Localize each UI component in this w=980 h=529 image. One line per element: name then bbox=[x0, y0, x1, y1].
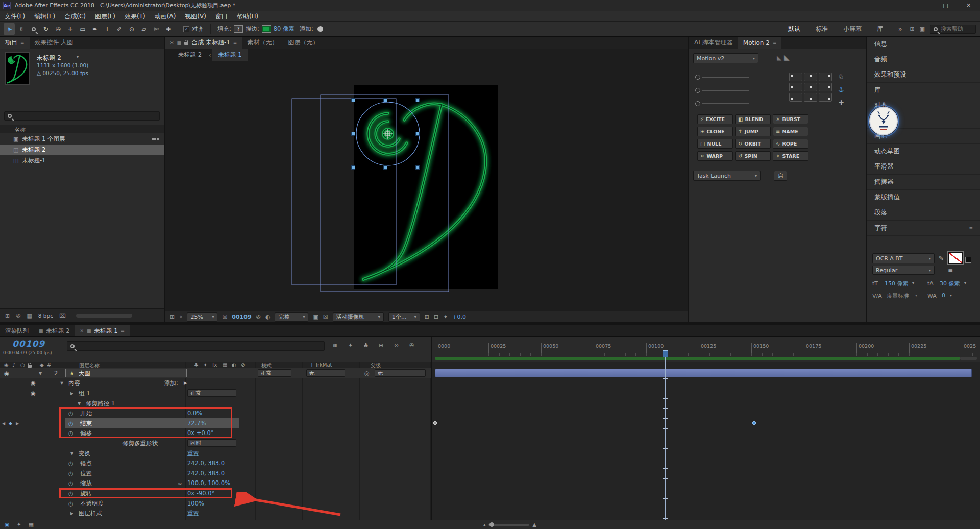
pixel-aspect-icon[interactable]: ⊞ bbox=[425, 314, 429, 320]
group-expander[interactable]: ▼ bbox=[78, 401, 81, 405]
timeline-search[interactable] bbox=[67, 341, 325, 351]
launch-button[interactable]: 启 bbox=[774, 171, 787, 181]
workspace-overflow-button[interactable]: » bbox=[898, 26, 902, 33]
roto-brush-tool[interactable]: ✄ bbox=[151, 23, 162, 35]
mask-visibility-icon[interactable]: ☒ bbox=[222, 314, 227, 320]
fill-swatch[interactable]: ? bbox=[234, 25, 243, 33]
fx-switch-icon[interactable]: fx bbox=[212, 362, 217, 368]
contents-eye-toggle[interactable]: ◉ bbox=[31, 379, 36, 387]
transparency-grid-icon[interactable]: ☒ bbox=[323, 314, 328, 320]
project-item-comp-2[interactable]: ◫ 未标题-2 bbox=[0, 145, 164, 155]
property-row-position[interactable]: ◷ 位置 242.0, 383.0 bbox=[0, 468, 431, 478]
anchor-mid-right-button[interactable] bbox=[819, 83, 832, 91]
property-name[interactable]: 位置 bbox=[80, 469, 92, 477]
menu-edit[interactable]: 编辑(E) bbox=[30, 12, 60, 21]
project-scrollbar[interactable] bbox=[76, 314, 132, 318]
work-area-bar[interactable] bbox=[435, 357, 960, 360]
null-button[interactable]: ▢NULL bbox=[697, 139, 733, 149]
property-value[interactable]: 242.0, 383.0 bbox=[187, 460, 225, 467]
camera-view-select[interactable]: 活动摄像机 ▾ bbox=[333, 312, 384, 322]
tab-script-manager[interactable]: AE脚本管理器 bbox=[689, 37, 738, 49]
property-name[interactable]: 不透明度 bbox=[80, 499, 104, 507]
timeline-track-area[interactable] bbox=[431, 362, 980, 520]
tab-project[interactable]: 项目 ≡ bbox=[0, 37, 30, 49]
draft-3d-icon[interactable]: ✦ bbox=[348, 342, 353, 349]
add-button[interactable]: ▶ bbox=[184, 380, 187, 386]
exposure-value[interactable]: +0.0 bbox=[452, 314, 466, 320]
snap-checkbox[interactable]: ✓ bbox=[183, 26, 189, 32]
orbit-button[interactable]: ↻ORBIT bbox=[735, 139, 771, 149]
warp-button[interactable]: ≈WARP bbox=[697, 151, 733, 161]
property-name[interactable]: 图层样式 bbox=[79, 510, 102, 517]
rotation-tool[interactable]: ↻ bbox=[40, 23, 52, 35]
text-color-swatch[interactable] bbox=[948, 252, 963, 264]
zoom-out-icon[interactable]: ▴ bbox=[483, 522, 485, 527]
anchor-slider-2[interactable] bbox=[695, 88, 749, 93]
layer-name[interactable]: 大圆 bbox=[79, 369, 90, 377]
anchor-center-button[interactable] bbox=[804, 83, 817, 91]
trash-icon[interactable]: ⌧ bbox=[59, 312, 66, 319]
stopwatch-icon[interactable]: ◷ bbox=[68, 490, 74, 497]
property-name[interactable]: 锚点 bbox=[80, 460, 92, 467]
keyframe-start[interactable] bbox=[433, 421, 438, 426]
property-name[interactable]: 旋转 bbox=[80, 489, 92, 497]
property-name[interactable]: 缩放 bbox=[80, 479, 92, 487]
preview-dropdown-icon[interactable]: ▾ bbox=[77, 55, 79, 59]
layer-parent-select[interactable]: 无 ▾ bbox=[375, 369, 426, 377]
sidebar-item-motion-sketch[interactable]: 动态草图 bbox=[867, 144, 980, 159]
workspace-libraries[interactable]: 库 bbox=[877, 25, 883, 33]
eraser-tool[interactable]: ▱ bbox=[138, 23, 150, 35]
current-frame-value[interactable]: 00109 bbox=[232, 314, 251, 320]
tab-motion-2[interactable]: Motion 2 ≡ bbox=[738, 37, 782, 49]
anchor-top-right-button[interactable] bbox=[819, 73, 832, 81]
transform-reset-button[interactable]: 重置 bbox=[187, 449, 199, 457]
composition-viewport[interactable] bbox=[165, 61, 688, 311]
menu-help[interactable]: 帮助(H) bbox=[232, 12, 263, 21]
motion-version-select[interactable]: Motion v2 ▾ bbox=[693, 53, 758, 63]
font-family-select[interactable]: OCR-A BT ▾ bbox=[872, 253, 935, 263]
grid-guides-icon[interactable]: ⊞ bbox=[170, 314, 175, 320]
effect-switch-icon[interactable]: ◐ bbox=[232, 362, 236, 368]
motion-blur-switch-icon[interactable]: ⊘ bbox=[241, 362, 245, 368]
pan-behind-tool[interactable]: ✛ bbox=[65, 23, 76, 35]
property-row-group-1[interactable]: ◉ ▶ 组 1 正常 ▾ bbox=[0, 388, 431, 398]
panel-menu-icon[interactable]: ≡ bbox=[233, 40, 237, 45]
stopwatch-icon[interactable]: ◷ bbox=[68, 429, 74, 437]
anchor-top-center-button[interactable] bbox=[804, 73, 817, 81]
group-expander[interactable]: ▼ bbox=[60, 381, 63, 386]
tab-composition-viewer[interactable]: ✕ ■ 合成 未标题-1 ≡ bbox=[165, 37, 242, 49]
group-eye-toggle[interactable]: ◉ bbox=[31, 390, 36, 397]
sidebar-item-info[interactable]: 信息 bbox=[867, 37, 980, 52]
current-timecode[interactable]: 00109 bbox=[12, 339, 45, 349]
blend-button[interactable]: ◧BLEND bbox=[735, 114, 771, 124]
clone-button[interactable]: ⊞CLONE bbox=[697, 127, 733, 136]
trim-multiple-select[interactable]: 同时 ▾ bbox=[187, 439, 236, 447]
close-tab-icon[interactable]: ✕ bbox=[80, 328, 84, 333]
stroke-options-icon[interactable]: ≡ bbox=[948, 267, 953, 274]
zoom-tool[interactable] bbox=[28, 23, 39, 35]
magnification-select[interactable]: 25% ▾ bbox=[187, 312, 217, 322]
anchor-mid-left-button[interactable] bbox=[789, 83, 802, 91]
resolution-select[interactable]: 完整 ▾ bbox=[275, 312, 308, 322]
stare-button[interactable]: ✧STARE bbox=[773, 151, 808, 161]
property-name[interactable]: 开始 bbox=[80, 410, 92, 417]
stopwatch-icon[interactable]: ◷ bbox=[68, 479, 74, 487]
property-value[interactable]: 100.0, 100.0% bbox=[187, 479, 230, 487]
sidebar-item-smoother[interactable]: 平滑器 bbox=[867, 159, 980, 175]
composition-frame[interactable] bbox=[354, 85, 498, 289]
sidebar-item-effects-presets[interactable]: 效果和预设 bbox=[867, 67, 980, 83]
next-keyframe-button[interactable]: ▶ bbox=[16, 421, 19, 425]
task-launch-select[interactable]: Task Launch ▾ bbox=[693, 171, 761, 181]
tab-render-queue[interactable]: 渲染队列 bbox=[0, 325, 34, 336]
layer-row[interactable]: ◉ ▼ 2 ★ 大圆 正常 ▾ 无 ▾ ◎ 无 ▾ bbox=[0, 368, 431, 378]
property-row-anchor-point[interactable]: ◷ 锚点 242.0, 383.0 bbox=[0, 458, 431, 468]
stopwatch-icon[interactable]: ◷ bbox=[68, 470, 74, 477]
view-layout-select[interactable]: 1个… ▾ bbox=[388, 312, 420, 322]
eyedropper-icon[interactable]: ✎ bbox=[939, 255, 944, 262]
current-time-indicator-line[interactable] bbox=[665, 362, 666, 520]
minimize-button[interactable]: – bbox=[911, 0, 934, 11]
jump-button[interactable]: ↥JUMP bbox=[735, 127, 771, 136]
layer-eye-toggle[interactable]: ◉ bbox=[4, 370, 9, 377]
new-folder-icon[interactable]: ▦ bbox=[27, 312, 32, 319]
crumb-comp-1[interactable]: 未标题-1 bbox=[212, 49, 248, 61]
